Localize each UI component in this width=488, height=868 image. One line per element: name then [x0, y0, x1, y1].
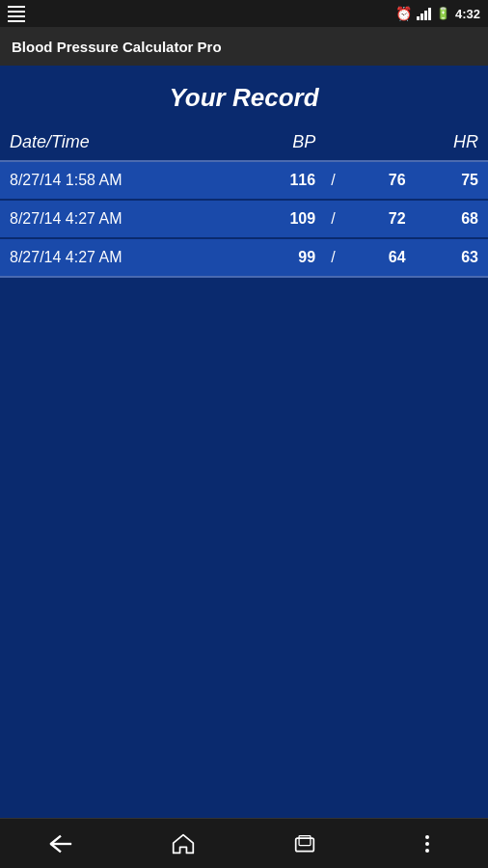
page-title: Your Record: [0, 66, 488, 126]
table-row[interactable]: 8/27/14 4:27 AM99/6463: [0, 238, 488, 277]
home-button[interactable]: [154, 825, 212, 863]
app-bar: Blood Pressure Calculator Pro: [0, 27, 488, 66]
svg-rect-2: [299, 835, 311, 845]
status-time: 4:32: [455, 7, 480, 21]
cell-datetime: 8/27/14 1:58 AM: [0, 161, 234, 200]
cell-hr: 63: [414, 238, 488, 277]
status-bar: ⏰ 🔋 4:32: [0, 0, 488, 27]
home-icon: [172, 832, 195, 855]
cell-datetime: 8/27/14 4:27 AM: [0, 238, 234, 277]
table-row[interactable]: 8/27/14 4:27 AM109/7268: [0, 200, 488, 238]
cell-hr: 75: [414, 161, 488, 200]
cell-datetime: 8/27/14 4:27 AM: [0, 200, 234, 238]
cell-systolic: 99: [234, 238, 323, 277]
cell-slash: /: [323, 238, 342, 277]
recents-icon: [294, 833, 315, 854]
recents-button[interactable]: [276, 825, 334, 863]
hamburger-icon: [8, 6, 25, 22]
cell-systolic: 109: [234, 200, 323, 238]
table-header-row: Date/Time BP HR: [0, 126, 488, 161]
more-button[interactable]: [398, 825, 456, 863]
cell-slash: /: [323, 161, 342, 200]
more-icon: [425, 835, 429, 853]
clock-icon: ⏰: [395, 6, 412, 21]
main-content: Your Record Date/Time BP HR 8/27/14 1:58…: [0, 66, 488, 818]
cell-diastolic: 72: [343, 200, 414, 238]
col-header-bp: BP: [234, 126, 323, 161]
cell-diastolic: 64: [343, 238, 414, 277]
col-header-hr: HR: [343, 126, 488, 161]
battery-icon: 🔋: [436, 7, 450, 20]
back-icon: [48, 833, 73, 854]
col-header-datetime: Date/Time: [0, 126, 234, 161]
nav-bar: [0, 818, 488, 868]
col-header-slash: [323, 126, 342, 161]
app-bar-title: Blood Pressure Calculator Pro: [12, 39, 222, 55]
status-bar-right: ⏰ 🔋 4:32: [395, 6, 480, 21]
record-table: Date/Time BP HR 8/27/14 1:58 AM116/76758…: [0, 126, 488, 278]
table-row[interactable]: 8/27/14 1:58 AM116/7675: [0, 161, 488, 200]
signal-icon: [417, 7, 431, 20]
status-bar-left: [8, 6, 25, 22]
cell-diastolic: 76: [343, 161, 414, 200]
cell-hr: 68: [414, 200, 488, 238]
back-button[interactable]: [32, 825, 90, 863]
cell-slash: /: [323, 200, 342, 238]
cell-systolic: 116: [234, 161, 323, 200]
